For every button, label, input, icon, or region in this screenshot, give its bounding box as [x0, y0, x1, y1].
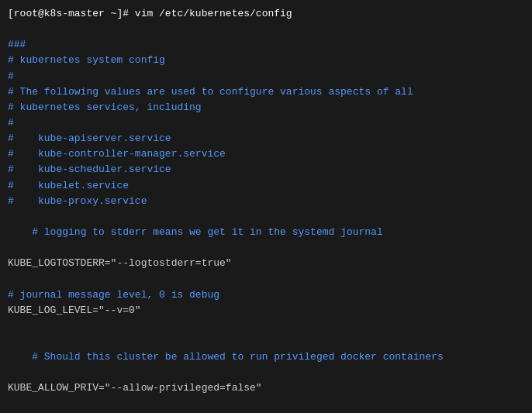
- comment-priv-text1: # Should this cluster be: [32, 351, 183, 363]
- comment-priv-text2: to run privileged docker containers: [226, 351, 444, 363]
- comment-line-9: # kube-scheduler.service: [8, 162, 524, 177]
- blank-line-3: [8, 318, 524, 334]
- comment-line-8: # kube-controller-manager.service: [8, 146, 524, 162]
- comment-journal-text: # logging to stderr means we get it in t…: [32, 226, 340, 238]
- journal-word: journal: [340, 226, 383, 238]
- terminal-window: [root@k8s-master ~]# vim /etc/kubernetes…: [0, 0, 532, 413]
- comment-debug-line: # journal message level, 0 is debug: [8, 287, 524, 303]
- blank-line-1: [8, 22, 524, 37]
- blank-line-2: [8, 271, 524, 287]
- logtostderr-line: KUBE_LOGTOSTDERR="--logtostderr=true": [8, 256, 524, 271]
- comment-line-3: #: [8, 69, 524, 84]
- comment-journal-line: # logging to stderr means we get it in t…: [8, 209, 524, 256]
- allow-priv-line: KUBE_ALLOW_PRIV="--allow-privileged=fals…: [8, 380, 524, 396]
- comment-line-7: # kube-apiserver.service: [8, 131, 524, 146]
- loglevel-line: KUBE_LOG_LEVEL="--v=0": [8, 303, 524, 318]
- blank-line-4: [8, 397, 524, 412]
- comment-line-10: # kubelet.service: [8, 178, 524, 194]
- comment-line-4: # The following values are used to confi…: [8, 84, 524, 100]
- comment-line-6: #: [8, 115, 524, 131]
- command-line: [root@k8s-master ~]# vim /etc/kubernetes…: [8, 6, 524, 22]
- comment-line-2: # kubernetes system config: [8, 53, 524, 68]
- comment-line-11: # kube-proxy.service: [8, 194, 524, 209]
- comment-line-5: # kubernetes services, including: [8, 100, 524, 115]
- comment-line-1: ###: [8, 37, 524, 53]
- comment-priv-line: # Should this cluster be allowed to run …: [8, 334, 524, 380]
- allowed-word: allowed: [183, 351, 226, 363]
